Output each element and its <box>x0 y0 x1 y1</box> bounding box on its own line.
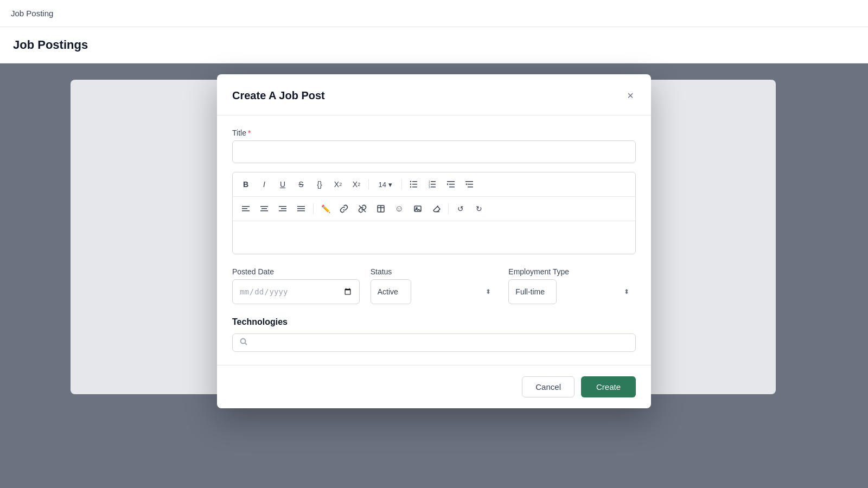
svg-rect-8 <box>431 187 436 188</box>
svg-rect-22 <box>242 210 250 211</box>
toolbar-divider-1 <box>368 179 369 190</box>
svg-rect-0 <box>412 181 417 182</box>
modal-overlay: Create A Job Post × Title * <box>0 63 868 488</box>
underline-button[interactable]: U <box>274 176 291 193</box>
svg-rect-18 <box>468 187 473 188</box>
justify-button[interactable] <box>292 200 310 217</box>
title-label: Title * <box>232 129 636 137</box>
svg-rect-23 <box>260 206 268 207</box>
rich-text-toolbar: B I U S {} X2 X2 14 ▾ <box>232 172 636 254</box>
svg-rect-14 <box>449 187 455 188</box>
svg-rect-17 <box>468 184 473 185</box>
unlink-button[interactable] <box>354 200 371 217</box>
technologies-section: Technologies <box>232 317 636 352</box>
svg-marker-19 <box>465 183 467 185</box>
undo-button[interactable]: ↺ <box>452 200 469 217</box>
svg-rect-6 <box>431 181 436 182</box>
status-select-wrapper: Active Inactive Draft <box>371 279 498 304</box>
status-select[interactable]: Active Inactive Draft <box>371 279 411 304</box>
font-size-button[interactable]: 14 ▾ <box>372 176 398 193</box>
title-input[interactable] <box>232 140 636 163</box>
toolbar-divider-2 <box>401 179 402 190</box>
superscript-button[interactable]: X2 <box>329 176 347 193</box>
outdent-button[interactable] <box>461 176 478 193</box>
status-group: Status Active Inactive Draft <box>371 267 498 304</box>
technologies-input-row <box>232 333 636 352</box>
svg-rect-25 <box>260 210 268 211</box>
unordered-list-button[interactable] <box>405 176 423 193</box>
modal-body: Title * B I U S {} X2 X2 <box>217 115 651 365</box>
editor-area[interactable] <box>233 221 635 254</box>
close-button[interactable]: × <box>625 87 636 104</box>
align-right-button[interactable] <box>274 200 291 217</box>
bold-button[interactable]: B <box>237 176 254 193</box>
align-center-button[interactable] <box>256 200 273 217</box>
posted-date-group: Posted Date <box>232 267 360 304</box>
cancel-button[interactable]: Cancel <box>522 376 575 397</box>
modal-title: Create A Job Post <box>232 89 325 102</box>
form-row-dates-status: Posted Date Status Active Inactive Draft <box>232 267 636 304</box>
toolbar-divider-3 <box>313 203 314 214</box>
italic-button[interactable]: I <box>256 176 273 193</box>
strikethrough-button[interactable]: S <box>292 176 310 193</box>
align-left-button[interactable] <box>237 200 254 217</box>
svg-rect-16 <box>465 181 473 182</box>
svg-rect-12 <box>447 181 455 182</box>
posted-date-label: Posted Date <box>232 267 360 276</box>
employment-type-select[interactable]: Full-time Part-time Contract Freelance <box>508 279 557 304</box>
svg-rect-30 <box>297 208 305 209</box>
svg-rect-29 <box>297 206 305 207</box>
required-star: * <box>248 129 251 137</box>
svg-rect-31 <box>297 210 305 211</box>
code-button[interactable]: {} <box>311 176 328 193</box>
svg-rect-20 <box>242 206 250 207</box>
highlight-button[interactable]: ✏️ <box>317 200 334 217</box>
main-content: Create A Job Post × Title * <box>0 63 868 488</box>
svg-point-5 <box>410 187 411 188</box>
svg-rect-1 <box>412 184 417 185</box>
svg-rect-26 <box>279 206 286 207</box>
page-header: Job Postings <box>0 27 868 63</box>
image-button[interactable] <box>409 200 426 217</box>
svg-rect-27 <box>281 208 286 209</box>
employment-type-select-wrapper: Full-time Part-time Contract Freelance <box>508 279 636 304</box>
toolbar-divider-4 <box>448 203 449 214</box>
top-bar-title: Job Posting <box>11 9 53 18</box>
table-button[interactable] <box>372 200 390 217</box>
modal-header: Create A Job Post × <box>217 74 651 115</box>
top-bar: Job Posting <box>0 0 868 27</box>
redo-button[interactable]: ↻ <box>470 200 488 217</box>
close-icon: × <box>627 89 634 102</box>
page-title: Job Postings <box>13 38 855 52</box>
emoji-button[interactable]: ☺ <box>391 200 408 217</box>
svg-rect-2 <box>412 187 417 188</box>
status-label: Status <box>371 267 498 276</box>
svg-marker-15 <box>447 183 449 185</box>
link-button[interactable] <box>335 200 353 217</box>
subscript-button[interactable]: X2 <box>348 176 365 193</box>
technologies-title: Technologies <box>232 317 636 327</box>
search-icon <box>239 337 248 348</box>
employment-type-label: Employment Type <box>508 267 636 276</box>
svg-rect-13 <box>449 184 455 185</box>
svg-rect-28 <box>279 210 286 211</box>
svg-text:3: 3 <box>429 185 430 189</box>
posted-date-input[interactable] <box>232 279 360 304</box>
svg-rect-24 <box>261 208 267 209</box>
svg-point-4 <box>410 184 411 185</box>
create-button[interactable]: Create <box>581 376 636 397</box>
svg-point-3 <box>410 181 411 182</box>
indent-button[interactable] <box>442 176 459 193</box>
toolbar-row-1: B I U S {} X2 X2 14 ▾ <box>233 172 635 197</box>
svg-rect-7 <box>431 184 436 185</box>
ordered-list-button[interactable]: 123 <box>424 176 441 193</box>
svg-point-39 <box>241 339 246 344</box>
employment-type-group: Employment Type Full-time Part-time Cont… <box>508 267 636 304</box>
toolbar-row-2: ✏️ ☺ <box>233 197 635 221</box>
modal-footer: Cancel Create <box>217 365 651 408</box>
svg-line-40 <box>245 343 247 345</box>
eraser-button[interactable] <box>427 200 445 217</box>
title-field-group: Title * <box>232 129 636 163</box>
svg-rect-21 <box>242 208 247 209</box>
create-job-post-modal: Create A Job Post × Title * <box>217 74 651 408</box>
